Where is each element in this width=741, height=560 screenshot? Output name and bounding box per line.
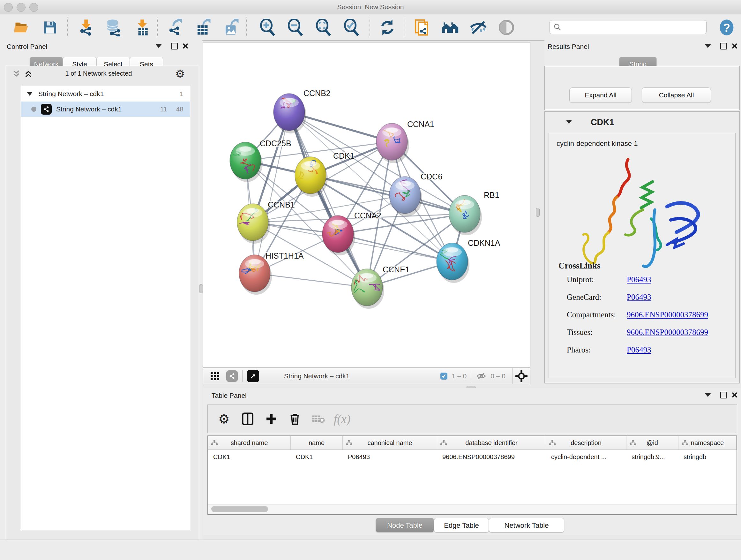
crosslink-value-link[interactable]: P06493 — [627, 293, 651, 302]
collapse-all-networks-button[interactable] — [12, 69, 21, 79]
column-header-name[interactable]: name — [291, 436, 343, 449]
detach-view-button[interactable] — [247, 370, 259, 382]
left-splitter-handle[interactable] — [199, 284, 203, 293]
network-node-label: CDC25B — [260, 139, 291, 148]
show-hidden-button[interactable] — [497, 18, 516, 37]
eye-icon — [497, 18, 515, 37]
control-panel-float-button[interactable] — [170, 42, 179, 50]
results-panel-close-button[interactable] — [730, 42, 739, 50]
zoom-fit-button[interactable] — [314, 18, 333, 37]
delete-column-button[interactable] — [283, 408, 307, 430]
birds-eye-view-button[interactable] — [513, 368, 530, 384]
table-cell[interactable]: 9606.ENSP00000378699 — [437, 450, 546, 464]
help-button[interactable]: ? — [718, 18, 736, 37]
network-row[interactable]: String Network – cdk1 11 48 — [21, 102, 190, 117]
export-network-button[interactable] — [166, 18, 185, 37]
import-network-file-button[interactable] — [77, 18, 96, 37]
import-database-icon — [105, 18, 122, 37]
network-node-HIST1H1A[interactable]: HIST1H1A — [239, 251, 304, 295]
network-node-CCNB2[interactable]: CCNB2 — [273, 89, 331, 133]
control-panel-close-button[interactable] — [181, 42, 190, 50]
column-header-shared-name[interactable]: shared name — [208, 436, 291, 449]
toolbar-divider — [246, 17, 247, 37]
table-cell[interactable]: stringdb:9... — [626, 450, 678, 464]
network-node-CDC6[interactable]: CDC6 — [389, 172, 442, 216]
table-settings-button[interactable]: ⚙ — [212, 408, 236, 430]
expand-all-button[interactable]: Expand All — [569, 87, 632, 103]
network-edge-CCNB2-HIST1H1A[interactable] — [255, 112, 289, 273]
network-node-CCNA1[interactable]: CCNA1 — [376, 120, 434, 163]
table-panel-float-button[interactable] — [719, 391, 728, 399]
show-hide-columns-button[interactable] — [236, 408, 259, 430]
column-header-database-identifier[interactable]: database identifier — [437, 436, 546, 449]
function-builder-button[interactable]: f(x) — [330, 408, 354, 430]
crosslink-value-link[interactable]: P06493 — [627, 275, 651, 284]
table-cell[interactable]: CDK1 — [208, 450, 291, 464]
table-panel-menu-button[interactable] — [703, 391, 713, 399]
network-node-CDK1[interactable]: CDK1 — [294, 151, 354, 197]
network-canvas[interactable]: CCNB2CCNA1CDC25BCDK1CDC6RB1CCNB1CCNA2CDK… — [203, 42, 530, 368]
crosslink-value-link[interactable]: 9606.ENSP00000378699 — [627, 310, 708, 319]
expand-all-networks-button[interactable] — [24, 69, 33, 79]
network-node-CCNA2[interactable]: CCNA2 — [322, 211, 381, 255]
show-all-nodes-button[interactable] — [441, 18, 460, 37]
share-icon — [228, 373, 235, 380]
export-image-button[interactable] — [222, 18, 241, 37]
column-header-canonical-name[interactable]: canonical name — [343, 436, 437, 449]
import-table-file-button[interactable] — [133, 18, 152, 37]
search-input[interactable] — [562, 23, 706, 31]
network-node-CCNB1[interactable]: CCNB1 — [237, 200, 295, 244]
zoom-out-button[interactable] — [286, 18, 305, 37]
table-cell[interactable]: P06493 — [343, 450, 437, 464]
table-panel-close-button[interactable] — [730, 391, 739, 399]
network-graph[interactable]: CCNB2CCNA1CDC25BCDK1CDC6RB1CCNB1CCNA2CDK… — [203, 43, 530, 368]
network-collection-row[interactable]: String Network – cdk1 1 — [21, 86, 190, 102]
float-window-icon — [171, 43, 178, 50]
network-edge-CCNB2-CCNE1[interactable] — [289, 112, 367, 287]
network-options-gear-button[interactable]: ⚙ — [175, 67, 185, 80]
scrollbar-thumb[interactable] — [211, 506, 268, 512]
hide-selected-button[interactable] — [469, 18, 488, 37]
column-header--id[interactable]: @id — [626, 436, 678, 449]
table-cell[interactable]: CDK1 — [291, 450, 343, 464]
zoom-in-button[interactable] — [259, 18, 277, 37]
grid-view-button[interactable] — [210, 371, 220, 381]
zoom-selected-button[interactable] — [342, 18, 361, 37]
crosslink-value-link[interactable]: P06493 — [627, 346, 651, 354]
tab-edge-table[interactable]: Edge Table — [434, 518, 489, 533]
column-header-description[interactable]: description — [546, 436, 626, 449]
selected-indicator-checkbox[interactable] — [441, 373, 448, 380]
network-node-CCNE1[interactable]: CCNE1 — [351, 265, 410, 309]
save-session-button[interactable] — [41, 18, 59, 37]
refresh-view-button[interactable] — [378, 18, 397, 37]
control-panel-menu-button[interactable] — [154, 42, 163, 50]
delete-table-button[interactable] — [307, 408, 330, 430]
section-collapse-icon[interactable] — [566, 119, 572, 125]
create-column-button[interactable] — [259, 408, 283, 430]
collapse-all-button[interactable]: Collapse All — [642, 87, 711, 103]
copy-network-button[interactable] — [413, 18, 431, 37]
string-network-icon — [41, 104, 52, 115]
gene-section-header[interactable]: CDK1 — [545, 112, 739, 133]
network-node-RB1[interactable]: RB1 — [449, 191, 499, 235]
column-header-namespace[interactable]: namespace — [678, 436, 737, 449]
zoom-out-icon — [287, 19, 304, 36]
table-row[interactable]: CDK1CDK1P064939606.ENSP00000378699cyclin… — [208, 450, 737, 464]
results-panel-float-button[interactable] — [719, 42, 728, 50]
table-cell[interactable]: cyclin-dependent ... — [546, 450, 626, 464]
table-horizontal-scrollbar[interactable] — [208, 504, 737, 514]
tab-network-table[interactable]: Network Table — [489, 518, 564, 533]
crosslink-value-link[interactable]: 9606.ENSP00000378699 — [627, 328, 708, 337]
import-network-database-button[interactable] — [104, 18, 123, 37]
right-splitter-handle[interactable] — [536, 208, 540, 217]
network-view-mode-button[interactable] — [226, 370, 238, 382]
column-mapped-icon — [549, 440, 556, 446]
tree-expand-icon[interactable] — [27, 90, 32, 98]
tab-node-table[interactable]: Node Table — [376, 518, 434, 533]
open-session-button[interactable] — [12, 18, 31, 37]
table-cell[interactable]: stringdb — [678, 450, 737, 464]
double-chevron-down-icon — [12, 69, 21, 78]
export-table-button[interactable] — [194, 18, 212, 37]
results-panel-menu-button[interactable] — [703, 42, 713, 50]
network-node-CDKN1A[interactable]: CDKN1A — [436, 239, 500, 283]
